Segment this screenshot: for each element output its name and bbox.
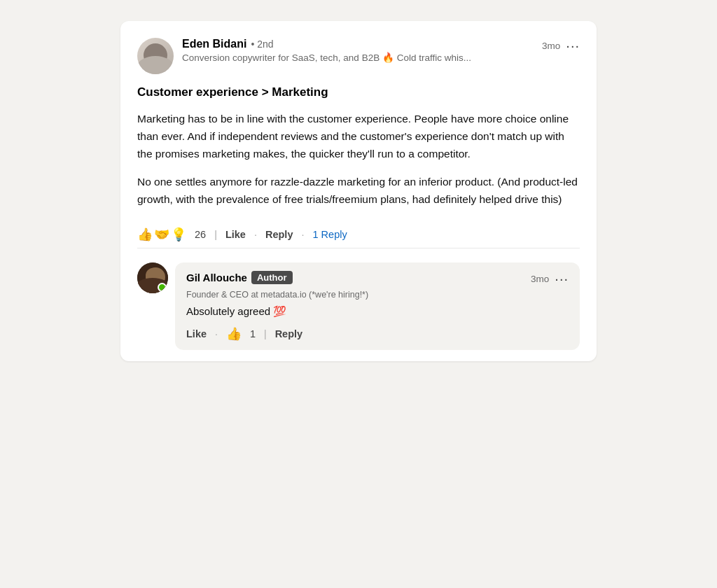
post-title: Customer experience > Marketing (137, 85, 580, 99)
comment-reactions-bar: Like · 👍 1 | Reply (186, 326, 569, 342)
comment-author-headline: Founder & CEO at metadata.io (*we're hir… (186, 290, 569, 300)
post-reply-button[interactable]: Reply (265, 229, 293, 240)
comment-thumbs-up-icon: 👍 (226, 326, 242, 342)
eden-avatar[interactable] (137, 38, 174, 74)
feed-container: Eden Bidani • 2nd Conversion copywriter … (120, 21, 597, 361)
divider-dot-1: · (254, 229, 257, 240)
post-card: Eden Bidani • 2nd Conversion copywriter … (120, 21, 597, 361)
divider-2: · (301, 229, 304, 240)
comment-item: Gil Allouche Author 3mo ··· Founder & CE… (137, 262, 580, 351)
comment-reply-button[interactable]: Reply (275, 328, 303, 340)
comment-like-button[interactable]: Like (186, 328, 207, 340)
post-reactions-bar: 👍 🤝 💡 26 | Like · Reply · 1 Reply (137, 220, 580, 242)
bulb-icon: 💡 (171, 227, 186, 242)
online-indicator (158, 283, 167, 292)
comment-divider-dot: · (215, 328, 218, 340)
comment-header: Gil Allouche Author 3mo ··· (186, 271, 569, 287)
svg-point-4 (154, 273, 158, 276)
comment-time: 3mo (531, 274, 549, 284)
post-author-name[interactable]: Eden Bidani (182, 38, 246, 50)
gil-avatar[interactable] (137, 262, 168, 293)
author-tag-badge: Author (251, 271, 293, 284)
comment-author-name[interactable]: Gil Allouche (186, 272, 247, 284)
comment-body: Gil Allouche Author 3mo ··· Founder & CE… (175, 262, 580, 351)
svg-point-3 (148, 273, 152, 276)
post-name-row: Eden Bidani • 2nd (182, 38, 534, 50)
comment-name-row: Gil Allouche Author (186, 271, 293, 284)
post-time-menu: 3mo ··· (542, 38, 580, 54)
post-time: 3mo (542, 41, 560, 51)
post-body: Marketing has to be in line with the cus… (137, 111, 580, 209)
comment-more-menu[interactable]: ··· (555, 271, 569, 287)
thumbs-up-icon: 👍 (137, 227, 153, 242)
post-header: Eden Bidani • 2nd Conversion copywriter … (137, 38, 580, 74)
post-like-button[interactable]: Like (225, 229, 246, 240)
post-reaction-icons: 👍 🤝 💡 (137, 227, 186, 242)
post-paragraph-1: Marketing has to be in line with the cus… (137, 111, 580, 162)
post-degree: • 2nd (251, 38, 273, 50)
post-author-headline: Conversion copywriter for SaaS, tech, an… (182, 52, 534, 63)
comment-divider-bar: | (264, 328, 267, 340)
clap-icon: 🤝 (154, 227, 169, 242)
post-more-menu[interactable]: ··· (566, 38, 580, 54)
post-reaction-count[interactable]: 26 (195, 229, 206, 240)
comment-time-menu: 3mo ··· (531, 271, 569, 287)
post-paragraph-2: No one settles anymore for razzle-dazzle… (137, 174, 580, 209)
svg-point-1 (146, 268, 160, 282)
post-reply-count[interactable]: 1 Reply (313, 229, 347, 240)
comment-text: Absolutely agreed 💯 (186, 304, 569, 320)
divider-1: | (214, 229, 217, 240)
comment-reaction-count: 1 (250, 328, 256, 340)
reply-section: Gil Allouche Author 3mo ··· Founder & CE… (137, 248, 580, 351)
post-author-info: Eden Bidani • 2nd Conversion copywriter … (182, 38, 534, 63)
